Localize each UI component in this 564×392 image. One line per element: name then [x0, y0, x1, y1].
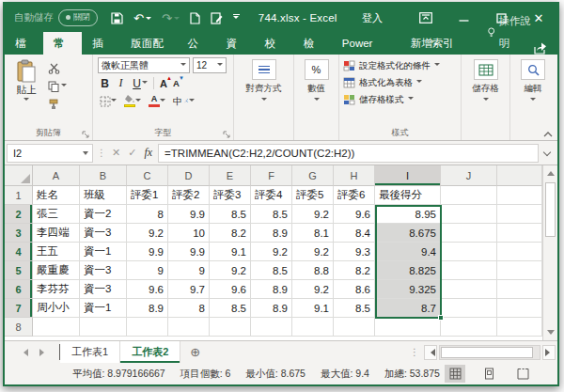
sheet-tab[interactable]: 工作表1 — [60, 341, 120, 363]
cell[interactable]: 9.2 — [127, 224, 168, 243]
ribbon-tab[interactable]: 新增索引標籤 — [400, 32, 475, 55]
sign-in-button[interactable]: 登入 — [362, 11, 383, 25]
column-header[interactable]: C — [127, 165, 168, 186]
cell[interactable]: 8.6 — [334, 280, 375, 299]
clipboard-dialog-launcher-icon[interactable] — [82, 131, 89, 138]
cell[interactable]: 班級 — [80, 186, 127, 205]
cell[interactable] — [441, 205, 497, 224]
cell[interactable]: 8.5 — [210, 205, 251, 224]
cell[interactable]: 8.9 — [251, 299, 292, 318]
cell[interactable]: 資一1 — [80, 243, 127, 261]
ribbon-tab[interactable]: 插入 — [82, 32, 120, 55]
row-header[interactable]: 7 — [5, 299, 33, 318]
copy-button[interactable] — [46, 79, 69, 94]
cell[interactable]: 9.2 — [292, 243, 334, 261]
cell[interactable]: 9.2 — [292, 280, 334, 299]
cell[interactable] — [497, 205, 542, 224]
cell[interactable]: 張三 — [33, 205, 80, 224]
cell[interactable] — [497, 224, 542, 243]
cell[interactable] — [168, 318, 210, 337]
ribbon-group-alignment[interactable]: 對齊方式 — [234, 55, 294, 140]
cell[interactable]: 9.7 — [168, 280, 210, 299]
cell[interactable]: 8.9 — [127, 299, 168, 318]
cell[interactable]: 9.9 — [168, 243, 210, 261]
previous-sheet-button[interactable] — [20, 349, 28, 356]
conditional-formatting-button[interactable]: 設定格式化的條件 — [343, 58, 459, 73]
page-break-preview-button[interactable] — [512, 365, 533, 383]
cell[interactable]: 資一3 — [80, 280, 127, 299]
increase-font-button[interactable]: A ▲ — [160, 78, 167, 89]
cell[interactable]: 9.4 — [375, 243, 441, 261]
formula-input[interactable]: =TRIMMEAN(C2:H2,2/COUNT(C2:H2)) — [158, 144, 539, 163]
cell[interactable]: 8 — [168, 299, 210, 318]
paste-button[interactable]: 貼上 — [7, 57, 46, 126]
cell[interactable]: 10 — [168, 224, 210, 243]
cell[interactable] — [80, 318, 127, 337]
undo-button[interactable]: ↶ — [133, 12, 151, 24]
column-header[interactable]: B — [80, 165, 127, 186]
enter-entry-button[interactable]: ✓ — [128, 147, 136, 159]
column-header[interactable]: H — [334, 165, 375, 186]
column-header[interactable]: A — [33, 165, 80, 186]
cell[interactable]: 9.325 — [375, 280, 441, 299]
cell[interactable] — [292, 318, 334, 337]
cell[interactable]: 8.9 — [251, 224, 292, 243]
cell[interactable]: 8.1 — [292, 224, 334, 243]
cell[interactable]: 9.6 — [210, 280, 251, 299]
ribbon-group-number[interactable]: % 數值 — [294, 55, 339, 140]
cell[interactable] — [441, 280, 497, 299]
formula-bar-resize-handle[interactable]: ⋮ — [93, 148, 110, 158]
format-painter-button[interactable] — [46, 97, 69, 112]
cell[interactable]: 8.9 — [251, 280, 292, 299]
column-header[interactable]: D — [168, 165, 210, 186]
cell[interactable]: 姓名 — [33, 186, 80, 205]
ribbon-tab[interactable]: 版面配置 — [120, 32, 177, 55]
normal-view-button[interactable] — [445, 365, 465, 383]
cell[interactable] — [210, 318, 251, 337]
cell[interactable] — [497, 280, 542, 299]
ribbon-tab[interactable]: 檢視 — [293, 32, 332, 55]
cell[interactable]: 9.1 — [292, 299, 334, 318]
page-layout-view-button[interactable] — [478, 365, 499, 383]
cell[interactable] — [441, 243, 497, 261]
minimize-button[interactable] — [445, 4, 482, 32]
cell[interactable]: 9.9 — [168, 205, 210, 224]
cell[interactable]: 8.5 — [251, 261, 292, 280]
ribbon-tab[interactable]: 資料 — [216, 32, 255, 55]
cell[interactable]: 周小小 — [33, 299, 80, 318]
column-header[interactable]: I — [375, 165, 441, 186]
cell[interactable]: 資一3 — [80, 261, 127, 280]
row-header[interactable]: 4 — [5, 243, 33, 261]
column-header[interactable]: E — [210, 165, 251, 186]
vertical-scroll-thumb[interactable] — [545, 182, 556, 237]
font-dialog-launcher-icon[interactable] — [223, 131, 230, 138]
share-button[interactable] — [534, 42, 548, 55]
font-size-select[interactable]: 12 — [193, 57, 227, 73]
row-header[interactable]: 8 — [5, 318, 33, 337]
cell[interactable] — [127, 318, 168, 337]
new-sheet-button[interactable]: ⊕ — [180, 341, 210, 363]
select-all-corner[interactable] — [5, 165, 33, 186]
cell[interactable] — [441, 299, 497, 318]
scroll-right-button[interactable] — [542, 345, 556, 360]
collapse-ribbon-button[interactable] — [543, 132, 553, 137]
row-header[interactable]: 2 — [5, 205, 33, 224]
borders-button[interactable] — [100, 96, 117, 107]
cell[interactable]: 9.9 — [127, 243, 168, 261]
column-header[interactable]: G — [292, 165, 334, 186]
ribbon-group-editing[interactable]: 編輯 — [510, 55, 556, 140]
row-header[interactable]: 3 — [5, 224, 33, 243]
cell[interactable]: 評委3 — [210, 186, 251, 205]
underline-button[interactable]: U — [132, 77, 148, 90]
ribbon-tab[interactable]: 常用 — [43, 32, 82, 55]
qat-customize-button[interactable] — [233, 14, 240, 23]
font-color-button[interactable]: A — [149, 95, 165, 107]
cell[interactable]: 8.2 — [334, 261, 375, 280]
expand-formula-bar-button[interactable] — [539, 151, 556, 155]
scroll-up-button[interactable] — [543, 166, 557, 180]
scroll-left-button[interactable] — [424, 345, 437, 360]
active-cell[interactable]: 8.95 — [375, 205, 441, 224]
cell[interactable] — [334, 318, 375, 337]
ribbon-group-cells[interactable]: 儲存格 — [462, 55, 510, 140]
cell[interactable]: 8.7 — [375, 299, 441, 318]
